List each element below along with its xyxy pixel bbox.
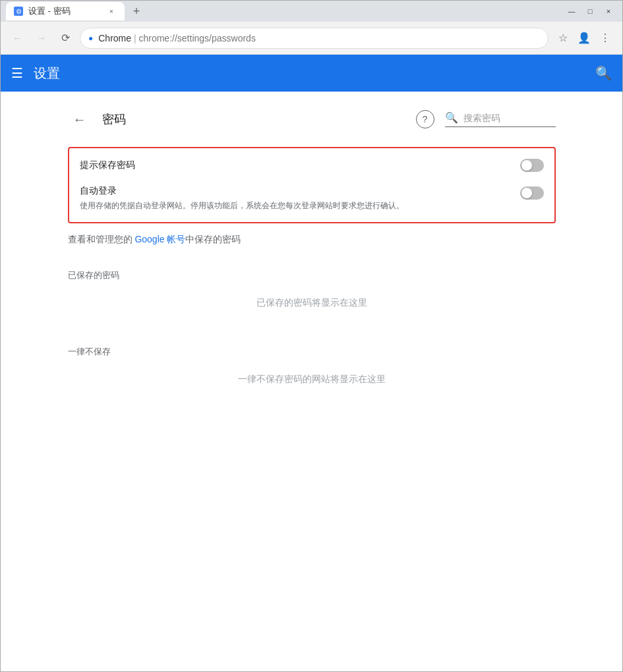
google-account-link-text: 查看和管理您的 Google 帐号中保存的密码 — [68, 234, 556, 246]
bookmark-button[interactable]: ☆ — [554, 29, 572, 47]
url-display: Chrome | chrome://settings/passwords — [98, 33, 256, 43]
auto-signin-row: 自动登录 使用存储的凭据自动登录网站。停用该功能后，系统会在您每次登录网站时要求… — [80, 185, 544, 211]
app-header: ☰ 设置 🔍 — [1, 55, 622, 92]
saved-passwords-header: 已保存的密码 — [68, 256, 556, 287]
sidebar-menu-icon[interactable]: ☰ — [11, 65, 23, 81]
url-path: chrome://settings/passwords — [138, 33, 255, 43]
search-password-icon: 🔍 — [445, 111, 458, 124]
header-search-icon[interactable]: 🔍 — [595, 65, 612, 81]
offer-to-save-title: 提示保存密码 — [80, 159, 520, 171]
security-indicator: ● — [88, 34, 93, 43]
toggle-group: 提示保存密码 自动登录 使用存储的凭据自动登录网站。停用该功能后，系 — [68, 147, 556, 223]
never-saved-empty: 一律不保存密码的网站将显示在这里 — [68, 363, 556, 396]
search-password-field[interactable]: 🔍 — [445, 111, 556, 127]
saved-passwords-empty: 已保存的密码将显示在这里 — [68, 287, 556, 320]
toolbar-actions: ☆ 👤 ⋮ — [554, 29, 614, 47]
minimize-button[interactable]: — — [563, 5, 580, 18]
back-to-settings-button[interactable]: ← — [68, 107, 92, 131]
back-button[interactable]: ← — [9, 29, 27, 47]
content-area: ← 密码 ? 🔍 — [1, 92, 622, 671]
tab-title: 设置 - 密码 — [28, 5, 71, 17]
menu-button[interactable]: ⋮ — [596, 29, 614, 47]
page-header-actions: ? 🔍 — [416, 110, 556, 128]
tab-favicon: ⚙ — [14, 7, 23, 16]
search-password-input[interactable] — [463, 113, 556, 123]
help-icon[interactable]: ? — [416, 110, 434, 128]
offer-to-save-row: 提示保存密码 — [80, 159, 544, 172]
omnibox[interactable]: ● Chrome | chrome://settings/passwords — [80, 28, 549, 49]
tab-close-button[interactable]: × — [106, 6, 117, 16]
auto-signin-desc: 使用存储的凭据自动登录网站。停用该功能后，系统会在您每次登录网站时要求您进行确认… — [80, 200, 449, 211]
refresh-button[interactable]: ⟳ — [56, 29, 74, 47]
toggle-highlight-box: 提示保存密码 自动登录 使用存储的凭据自动登录网站。停用该功能后，系 — [68, 147, 556, 223]
active-tab[interactable]: ⚙ 设置 - 密码 × — [6, 2, 125, 20]
forward-button[interactable]: → — [32, 29, 51, 47]
auto-signin-title: 自动登录 — [80, 185, 520, 197]
window-controls: — □ × — [563, 5, 617, 18]
offer-to-save-label: 提示保存密码 — [80, 159, 520, 171]
offer-to-save-toggle[interactable] — [520, 159, 544, 172]
new-tab-button[interactable]: + — [127, 2, 146, 20]
offer-to-save-slider — [520, 159, 544, 172]
url-host: Chrome — [98, 33, 131, 43]
app-title: 设置 — [34, 65, 60, 82]
google-account-link[interactable]: Google 帐号 — [134, 234, 185, 244]
auto-signin-toggle[interactable] — [520, 186, 544, 200]
settings-page: ← 密码 ? 🔍 — [42, 92, 582, 412]
maximize-button[interactable]: □ — [581, 5, 599, 18]
page-header: ← 密码 ? 🔍 — [68, 107, 556, 131]
google-account-link-row: 查看和管理您的 Google 帐号中保存的密码 — [68, 223, 556, 256]
main-panel: ← 密码 ? 🔍 — [1, 92, 622, 671]
auto-signin-label: 自动登录 使用存储的凭据自动登录网站。停用该功能后，系统会在您每次登录网站时要求… — [80, 185, 520, 211]
page-title: 密码 — [102, 111, 126, 127]
title-bar: ⚙ 设置 - 密码 × + — □ × — [1, 1, 622, 22]
never-saved-header: 一律不保存 — [68, 333, 556, 363]
address-bar: ← → ⟳ ● Chrome | chrome://settings/passw… — [1, 22, 622, 55]
close-button[interactable]: × — [600, 5, 617, 18]
account-button[interactable]: 👤 — [575, 29, 593, 47]
auto-signin-slider — [520, 186, 544, 200]
